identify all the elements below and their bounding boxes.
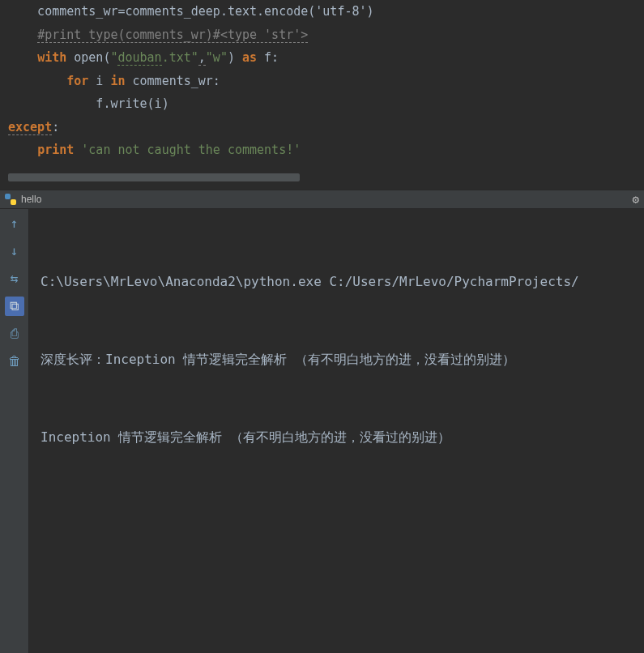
up-stack-icon[interactable]: ↑ (5, 214, 24, 233)
python-icon (5, 194, 16, 205)
scroll-to-end-icon[interactable]: ⧉ (5, 297, 24, 316)
code-line: comments_wr=comments_deep.text.encode('u… (8, 0, 636, 23)
keyword-in: in (110, 74, 125, 88)
console-toolbar: ↑ ↓ ⇆ ⧉ ⎙ 🗑 (0, 209, 29, 654)
print-icon[interactable]: ⎙ (5, 324, 24, 344)
down-stack-icon[interactable]: ↓ (5, 241, 24, 261)
keyword-as: as (242, 50, 257, 65)
var-comments-wr: comments_wr: (126, 74, 220, 88)
horizontal-scrollbar[interactable] (8, 173, 300, 181)
code-line: with open("douban.txt","w") as f: (8, 46, 636, 70)
console-line: 深度长评：Inception 情节逻辑完全解析 （有不明白地方的进，没看过的别进… (41, 347, 633, 373)
console-line (41, 502, 633, 528)
keyword-except: except (8, 120, 52, 135)
console-panel: ↑ ↓ ⇆ ⧉ ⎙ 🗑 C:\Users\MrLevo\Anaconda2\py… (0, 209, 644, 654)
console-output[interactable]: C:\Users\MrLevo\Anaconda2\python.exe C:/… (29, 209, 644, 654)
soft-wrap-icon[interactable]: ⇆ (5, 269, 24, 288)
code-editor[interactable]: comments_wr=comments_deep.text.encode('u… (0, 0, 644, 190)
fn-open: open (74, 50, 103, 65)
code-line: print 'can not caught the comments!' (8, 139, 636, 162)
keyword-with: with (37, 50, 66, 65)
gear-icon[interactable]: ⚙ (633, 193, 639, 206)
code-line: #print type(comments_wr)#<type 'str'> (8, 23, 636, 47)
keyword-print: print (37, 143, 74, 157)
run-config-name: hello (21, 194, 41, 205)
string-w: "w" (206, 50, 228, 65)
console-line (41, 580, 633, 606)
clear-all-icon[interactable]: 🗑 (5, 352, 24, 371)
var-f: f: (257, 50, 279, 65)
code-line: except: (8, 116, 636, 139)
keyword-for: for (66, 74, 88, 88)
code-line: for i in comments_wr: (8, 70, 636, 93)
console-line: C:\Users\MrLevo\Anaconda2\python.exe C:/… (41, 269, 633, 295)
code-line: f.write(i) (8, 92, 636, 116)
string-txt: .txt" (162, 50, 198, 65)
run-tool-window-header: hello ⚙ (0, 190, 644, 209)
var-i: i (88, 74, 110, 88)
string-error: 'can not caught the comments!' (81, 143, 301, 157)
comment-text: #print type(comments_wr)#<type 'str'> (37, 28, 308, 43)
run-tab[interactable]: hello (5, 194, 41, 205)
string-douban: douban (117, 50, 161, 66)
console-line: Inception 情节逻辑完全解析 （有不明白地方的进，没看过的别进） (41, 425, 633, 450)
